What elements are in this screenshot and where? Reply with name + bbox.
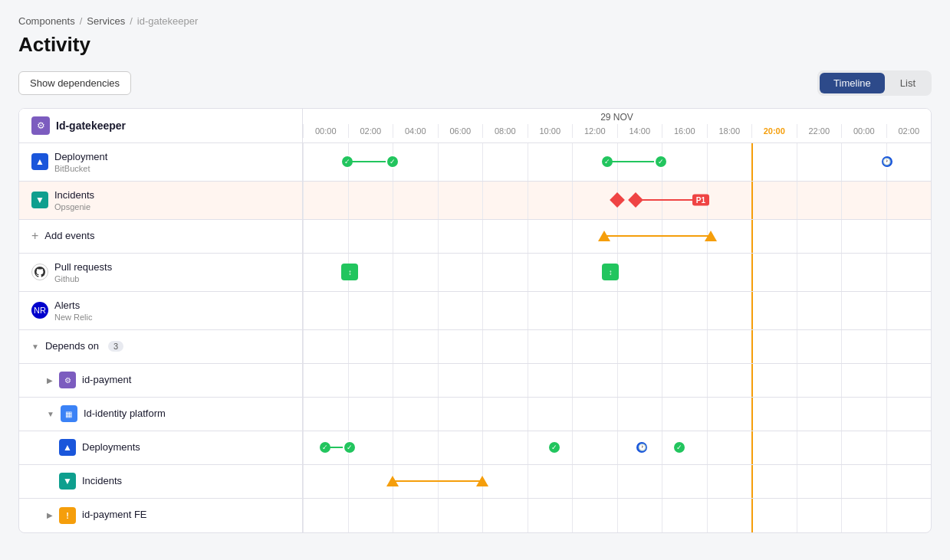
sub-warn-line [393, 480, 482, 482]
service-icon: ⚙ [31, 116, 50, 135]
sub-warn-2[interactable] [476, 476, 488, 486]
id-identity-platform-row: ▼ ▦ Id-identity platform [19, 398, 931, 431]
sub-dep-icon: ▲ [59, 439, 76, 456]
id-identity-timeline [303, 398, 931, 431]
alerts-subtitle: New Relic [54, 313, 93, 322]
incident-diamond-1[interactable] [610, 192, 625, 208]
sub-deployments-left: ▲ Deployments [19, 431, 303, 464]
date-label: 29 NOV [303, 109, 931, 124]
grid-lines-subdep [303, 431, 931, 464]
breadcrumb-current: id-gatekeeper [137, 15, 199, 27]
id-payment-fe-chevron[interactable]: ▶ [47, 511, 53, 519]
dep-dot-5[interactable]: 🕐 [880, 155, 894, 169]
id-payment-icon: ⚙ [59, 372, 76, 388]
dep-line-1 [347, 161, 392, 162]
id-payment-fe-timeline [303, 499, 931, 532]
breadcrumb-components[interactable]: Components [18, 15, 75, 27]
page: Components / Services / id-gatekeeper Ac… [0, 0, 950, 560]
tick-1600: 16:00 [662, 124, 707, 138]
alerts-row: NR Alerts New Relic [19, 292, 931, 330]
grid-lines-subinc [303, 465, 931, 498]
breadcrumb-services[interactable]: Services [87, 15, 125, 27]
depends-on-title: Depends on [45, 340, 99, 353]
grid-lines-pr [303, 254, 931, 291]
add-events-left[interactable]: + Add events [19, 220, 303, 253]
current-time-line-idp [751, 364, 753, 397]
sub-inc-timeline [303, 465, 931, 498]
sub-warn-1[interactable] [386, 476, 399, 486]
warning-events [303, 220, 931, 253]
sub-dep-timeline: ✓ ✓ ✓ 🕐 ✓ [303, 431, 931, 464]
depends-on-chevron[interactable]: ▼ [31, 342, 39, 351]
current-time-line-dep [751, 330, 753, 363]
depends-on-left[interactable]: ▼ Depends on 3 [19, 330, 303, 363]
id-payment-title: id-payment [82, 374, 131, 387]
tick-0800: 08:00 [482, 124, 528, 138]
id-payment-fe-icon: ! [59, 507, 76, 524]
deployment-row: ▲ Deployment BitBucket [19, 143, 931, 182]
deployment-title: Deployment [54, 151, 107, 164]
deployment-events: ✓ ✓ ✓ ✓ 🕐 [303, 143, 931, 181]
show-dependencies-button[interactable]: Show dependencies [18, 71, 131, 95]
incidents-timeline: P1 [303, 182, 931, 219]
sub-incidents-row: ▼ Incidents [19, 465, 931, 499]
id-identity-chevron[interactable]: ▼ [47, 410, 54, 418]
dep-dot-4[interactable]: ✓ [654, 155, 668, 169]
tick-1200: 12:00 [572, 124, 617, 138]
id-identity-title: Id-identity platform [84, 408, 166, 421]
list-view-button[interactable]: List [886, 73, 929, 93]
newrelic-icon: NR [31, 302, 48, 319]
tick-0200b: 02:00 [886, 124, 932, 138]
sub-dep-title: Deployments [82, 441, 140, 454]
grid-lines-idp [303, 364, 931, 397]
pull-requests-left: Pull requests Github [19, 254, 303, 291]
pr-icon-1[interactable]: ↕ [341, 264, 358, 280]
incidents-row: ▼ Incidents Opsgenie [19, 182, 931, 220]
warn-triangle-2[interactable] [705, 231, 717, 241]
page-title: Activity [18, 33, 932, 57]
current-time-line-pr [751, 254, 753, 291]
tick-0000: 00:00 [303, 124, 348, 138]
tick-2200: 22:00 [797, 124, 842, 138]
time-ticks: 00:00 02:00 04:00 06:00 08:00 10:00 12:0… [303, 124, 931, 138]
view-toggle: Timeline List [817, 70, 932, 96]
id-identity-platform-left[interactable]: ▼ ▦ Id-identity platform [19, 398, 303, 431]
sub-dep-dot-5[interactable]: ✓ [672, 440, 686, 454]
current-time-line-idi [751, 398, 753, 431]
warn-triangle-1[interactable] [598, 231, 610, 241]
id-payment-left[interactable]: ▶ ⚙ id-payment [19, 364, 303, 397]
incidents-left: ▼ Incidents Opsgenie [19, 182, 303, 219]
current-time-line-subinc [751, 465, 753, 498]
warn-line-1 [604, 235, 711, 237]
dep-dot-1[interactable]: ✓ [340, 155, 354, 169]
depends-on-row: ▼ Depends on 3 [19, 330, 931, 364]
id-payment-chevron[interactable]: ▶ [47, 376, 53, 385]
id-payment-timeline [303, 364, 931, 397]
toolbar: Show dependencies Timeline List [18, 70, 932, 96]
sub-inc-icon: ▼ [59, 473, 76, 490]
pr-icon-2[interactable]: ↕ [602, 264, 619, 280]
id-payment-fe-left[interactable]: ▶ ! id-payment FE [19, 499, 303, 532]
incident-events: P1 [303, 182, 931, 219]
sub-dep-dot-2[interactable]: ✓ [343, 440, 357, 454]
current-time-line-fe [751, 499, 753, 532]
dep-dot-3[interactable]: ✓ [600, 155, 614, 169]
grid-lines-add [303, 220, 931, 253]
sub-dep-dot-3[interactable]: ✓ [547, 440, 561, 454]
incident-diamond-2[interactable] [628, 192, 643, 208]
timeline-header: ⚙ Id-gatekeeper 29 NOV 00:00 02:00 04:00… [19, 109, 931, 143]
grid-lines-alerts [303, 292, 931, 329]
timeline-view-button[interactable]: Timeline [820, 73, 885, 93]
sub-deployments-row: ▲ Deployments ✓ ✓ [19, 431, 931, 465]
pull-requests-row: Pull requests Github ↕ ↕ [19, 254, 931, 292]
incident-badge-p1[interactable]: P1 [692, 195, 709, 206]
sub-dep-dot-1[interactable]: ✓ [318, 440, 332, 454]
sub-dep-line-1 [325, 447, 350, 448]
add-icon: + [31, 229, 38, 243]
incident-line-1 [636, 199, 692, 201]
grid-lines-idi [303, 398, 931, 431]
timeline-container: ⚙ Id-gatekeeper 29 NOV 00:00 02:00 04:00… [18, 108, 932, 533]
current-time-line-alerts [751, 292, 753, 329]
sub-dep-dot-4[interactable]: 🕐 [635, 440, 649, 454]
dep-dot-2[interactable]: ✓ [386, 155, 399, 169]
